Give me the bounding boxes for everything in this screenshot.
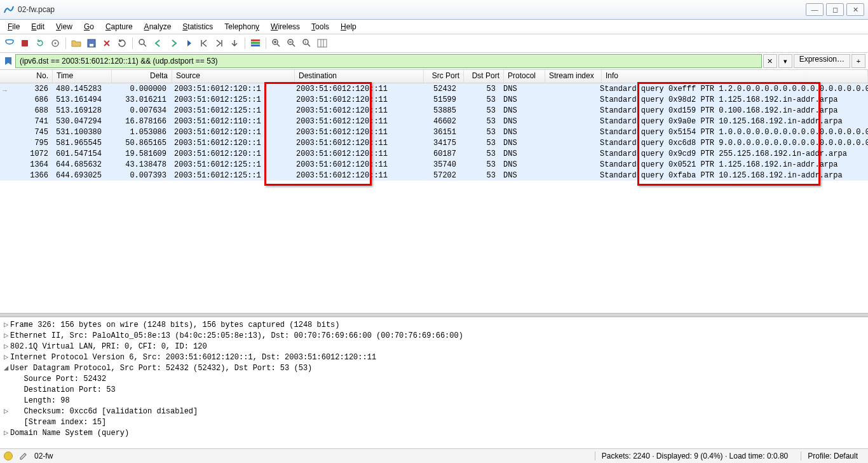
svg-point-2 [55,43,57,45]
detail-row[interactable]: ◢User Datagram Protocol, Src Port: 52432… [4,363,864,374]
detail-row[interactable]: Length: 98 [4,396,864,406]
minimize-button[interactable]: — [806,3,824,16]
packet-row[interactable]: 326480.1452830.0000002003:51:6012:120::1… [0,83,868,94]
menu-analyze[interactable]: Analyze [139,21,177,32]
restart-capture-icon[interactable] [33,36,47,50]
menu-capture[interactable]: Capture [100,21,138,32]
wireshark-icon [4,4,14,15]
packet-details-pane[interactable]: ▷Frame 326: 156 bytes on wire (1248 bits… [0,317,868,448]
separator [65,38,66,49]
colorize-icon[interactable] [248,36,262,50]
svg-rect-0 [22,40,28,46]
window-title: 02-fw.pcap [18,5,806,14]
menu-file[interactable]: File [3,21,25,32]
go-to-packet-icon[interactable] [182,36,196,50]
apply-filter-dropdown[interactable]: ▾ [778,54,792,68]
stop-capture-icon[interactable] [18,36,32,50]
packet-list-body[interactable]: 326480.1452830.0000002003:51:6012:120::1… [0,83,868,181]
detail-row[interactable]: ▷Internet Protocol Version 6, Src: 2003:… [4,352,864,363]
col-sport[interactable]: Src Port [424,70,464,83]
main-area: No. Time Delta Source Destination Src Po… [0,70,868,448]
detail-row[interactable]: ▷Frame 326: 156 bytes on wire (1248 bits… [4,320,864,331]
packet-row[interactable]: 1366644.6930250.0073932003:51:6012:125::… [0,170,868,181]
svg-rect-4 [90,44,93,46]
expression-button[interactable]: Expression… [794,54,850,68]
save-file-icon[interactable] [85,36,98,50]
zoom-reset-icon[interactable]: 1 [300,36,314,50]
display-filter-toolbar: ✕ ▾ Expression… + [0,53,868,70]
start-capture-icon[interactable] [3,36,17,50]
go-back-icon[interactable] [151,36,165,50]
menu-telephony[interactable]: Telephony [219,21,264,32]
col-proto[interactable]: Protocol [504,70,545,83]
status-profile[interactable]: Profile: Default [801,452,864,460]
menu-tools[interactable]: Tools [306,21,334,32]
packet-row[interactable]: 1364644.68563243.1384782003:51:6012:125:… [0,159,868,170]
open-file-icon[interactable] [69,36,83,50]
col-delta[interactable]: Delta [112,70,172,83]
svg-rect-8 [251,45,260,46]
maximize-button[interactable]: ◻ [826,3,844,16]
packet-row[interactable]: 741530.04729416.8781662003:51:6012:110::… [0,116,868,127]
col-info[interactable]: Info [602,70,868,83]
detail-row[interactable]: ▷802.1Q Virtual LAN, PRI: 0, CFI: 0, ID:… [4,342,864,352]
menu-wireless[interactable]: Wireless [266,21,305,32]
close-button[interactable]: ✕ [846,3,864,16]
menu-help[interactable]: Help [336,21,362,32]
current-packet-arrow-icon: → [1,86,8,94]
menu-edit[interactable]: Edit [26,21,50,32]
separator [266,38,266,49]
detail-row[interactable]: ▷ Checksum: 0xcc6d [validation disabled] [4,406,864,417]
add-filter-button[interactable]: + [851,54,865,68]
menu-statistics[interactable]: Statistics [177,21,218,32]
edit-capture-comment-icon[interactable] [19,452,28,460]
packet-row[interactable]: 1072601.54715419.5816092003:51:6012:120:… [0,148,868,159]
status-file-label: 02-fw [34,452,53,460]
detail-row[interactable]: ▷Ethernet II, Src: PaloAlto_05:8e:13 (b4… [4,331,864,342]
go-first-icon[interactable] [197,36,211,50]
packet-list-header: No. Time Delta Source Destination Src Po… [0,70,868,83]
packet-row[interactable]: 795581.96554550.8651652003:51:6012:120::… [0,137,868,148]
resize-columns-icon[interactable] [315,36,329,50]
close-file-icon[interactable] [100,36,114,50]
col-dport[interactable]: Dst Port [464,70,504,83]
menu-view[interactable]: View [51,21,78,32]
svg-rect-6 [251,39,260,41]
menu-go[interactable]: Go [79,21,99,32]
go-forward-icon[interactable] [166,36,180,50]
packet-row[interactable]: 686513.16149433.0162112003:51:6012:125::… [0,94,868,105]
go-last-icon[interactable] [212,36,226,50]
detail-row[interactable]: [Stream index: 15] [4,417,864,428]
svg-rect-13 [318,39,327,47]
col-no[interactable]: No. [0,70,53,83]
packet-list-pane[interactable]: No. Time Delta Source Destination Src Po… [0,70,868,313]
zoom-out-icon[interactable] [285,36,299,50]
auto-scroll-icon[interactable] [227,36,241,50]
capture-options-icon[interactable] [48,36,62,50]
expert-info-icon[interactable] [4,452,13,460]
detail-row[interactable]: Destination Port: 53 [4,385,864,396]
svg-point-5 [139,39,144,45]
svg-rect-7 [251,42,260,44]
separator [245,38,245,49]
zoom-in-icon[interactable] [269,36,283,50]
separator [132,38,133,49]
detail-row[interactable]: ▷Domain Name System (query) [4,428,864,439]
col-stream[interactable]: Stream index [545,70,602,83]
detail-row[interactable]: Source Port: 52432 [4,374,864,385]
display-filter-input[interactable] [15,54,762,68]
find-packet-icon[interactable] [136,36,150,50]
col-dest[interactable]: Destination [295,70,424,83]
svg-text:1: 1 [304,40,307,44]
col-time[interactable]: Time [53,70,112,83]
main-toolbar: 1 [0,34,868,53]
status-packet-stats: Packets: 2240 · Displayed: 9 (0.4%) · Lo… [595,452,795,460]
statusbar: 02-fw Packets: 2240 · Displayed: 9 (0.4%… [0,448,868,463]
menubar: File Edit View Go Capture Analyze Statis… [0,20,868,34]
bookmark-filter-icon[interactable] [3,55,14,67]
clear-filter-button[interactable]: ✕ [763,54,777,68]
packet-row[interactable]: 745531.1003801.0530862003:51:6012:120::1… [0,127,868,137]
packet-row[interactable]: 688513.1691280.0076342003:51:6012:125::1… [0,105,868,116]
col-source[interactable]: Source [172,70,295,83]
reload-icon[interactable] [115,36,129,50]
